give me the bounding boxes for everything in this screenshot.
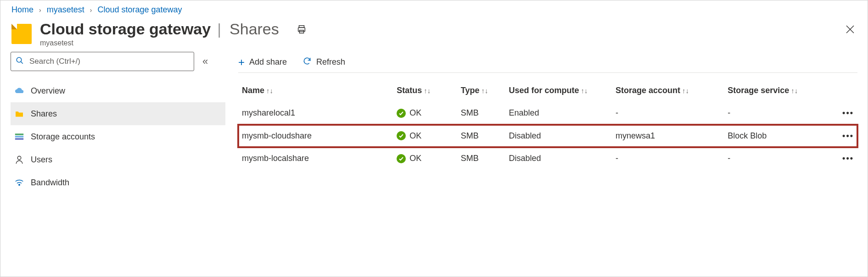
sidebar-item-storage-accounts[interactable]: Storage accounts (11, 125, 225, 148)
shares-table: Name↑↓ Status↑↓ Type↑↓ Used for compute↑… (238, 81, 857, 170)
sidebar-item-shares[interactable]: Shares (11, 102, 225, 125)
chevron-right-icon: › (39, 6, 41, 14)
status-ok-icon (397, 154, 406, 163)
table-row[interactable]: mysmb-localshareOKSMBDisabled--••• (238, 147, 857, 170)
sidebar-item-label: Bandwidth (31, 178, 69, 188)
cell-compute: Enabled (505, 102, 612, 125)
cell-status: OK (393, 102, 457, 125)
add-share-button[interactable]: + Add share (238, 57, 287, 67)
sidebar-item-label: Shares (31, 109, 57, 119)
search-input[interactable] (28, 56, 189, 66)
cell-status: OK (393, 125, 457, 148)
cell-service: - (724, 102, 825, 125)
breadcrumb: Home › myasetest › Cloud storage gateway (0, 0, 868, 17)
svg-line-6 (21, 61, 23, 64)
sort-icon: ↑↓ (479, 87, 488, 94)
sidebar-item-users[interactable]: Users (11, 148, 225, 171)
search-icon (16, 56, 24, 67)
cell-account: - (612, 102, 724, 125)
breadcrumb-item-home[interactable]: Home (11, 5, 34, 15)
cloud-icon (14, 88, 24, 94)
wifi-icon (14, 179, 24, 186)
page-section: Shares (228, 20, 279, 38)
breadcrumb-item-current[interactable]: Cloud storage gateway (97, 5, 182, 15)
table-row[interactable]: mysmb-cloudshareOKSMBDisabledmynewsa1Blo… (238, 125, 857, 148)
sort-icon: ↑↓ (680, 87, 689, 94)
status-ok-icon (397, 131, 406, 140)
collapse-sidebar-button[interactable]: « (202, 55, 208, 67)
cell-service: Block Blob (724, 125, 825, 148)
cell-type: SMB (457, 102, 505, 125)
svg-point-5 (17, 57, 22, 62)
cell-type: SMB (457, 147, 505, 170)
folder-icon (14, 110, 24, 117)
cell-name: mysmb-localshare (238, 147, 393, 170)
print-icon[interactable] (297, 24, 307, 34)
sort-icon: ↑↓ (579, 87, 588, 94)
search-input-container[interactable] (11, 52, 194, 71)
folder-resource-icon (11, 24, 32, 44)
svg-rect-9 (15, 138, 23, 139)
status-ok-icon (397, 109, 406, 118)
cell-status: OK (393, 147, 457, 170)
title-separator: | (217, 20, 221, 38)
sidebar-item-label: Users (31, 155, 52, 165)
page-title: Cloud storage gateway (40, 20, 211, 38)
svg-point-10 (17, 156, 21, 160)
close-button[interactable] (846, 25, 855, 36)
sidebar-item-label: Storage accounts (31, 132, 95, 142)
toolbar: + Add share Refresh (238, 52, 857, 73)
refresh-icon (302, 56, 312, 68)
col-header-name[interactable]: Name↑↓ (238, 81, 393, 102)
sort-icon: ↑↓ (789, 87, 798, 94)
cell-account: mynewsa1 (612, 125, 724, 148)
cell-account: - (612, 147, 724, 170)
row-context-menu[interactable]: ••• (825, 147, 857, 170)
cell-compute: Disabled (505, 147, 612, 170)
refresh-label: Refresh (316, 57, 345, 67)
cell-name: mysharelocal1 (238, 102, 393, 125)
sidebar-item-bandwidth[interactable]: Bandwidth (11, 171, 225, 194)
col-header-status[interactable]: Status↑↓ (393, 81, 457, 102)
row-context-menu[interactable]: ••• (825, 102, 857, 125)
svg-rect-8 (15, 136, 23, 137)
cell-name: mysmb-cloudshare (238, 125, 393, 148)
sort-icon: ↑↓ (264, 87, 273, 94)
sort-icon: ↑↓ (422, 87, 431, 94)
cell-type: SMB (457, 125, 505, 148)
sidebar-item-overview[interactable]: Overview (11, 79, 225, 102)
breadcrumb-item-resource[interactable]: myasetest (47, 5, 84, 15)
page-subtitle: myasetest (40, 39, 307, 47)
table-row[interactable]: mysharelocal1OKSMBEnabled--••• (238, 102, 857, 125)
svg-rect-7 (15, 133, 23, 135)
svg-point-11 (19, 184, 20, 186)
col-header-service[interactable]: Storage service↑↓ (724, 81, 825, 102)
add-share-label: Add share (249, 57, 287, 67)
refresh-button[interactable]: Refresh (302, 56, 345, 68)
row-context-menu[interactable]: ••• (825, 125, 857, 148)
storage-icon (14, 133, 24, 140)
sidebar-item-label: Overview (31, 86, 65, 96)
cell-compute: Disabled (505, 125, 612, 148)
col-header-compute[interactable]: Used for compute↑↓ (505, 81, 612, 102)
col-header-type[interactable]: Type↑↓ (457, 81, 505, 102)
col-header-account[interactable]: Storage account↑↓ (612, 81, 724, 102)
cell-service: - (724, 147, 825, 170)
chevron-right-icon: › (90, 6, 92, 14)
user-icon (14, 155, 24, 164)
